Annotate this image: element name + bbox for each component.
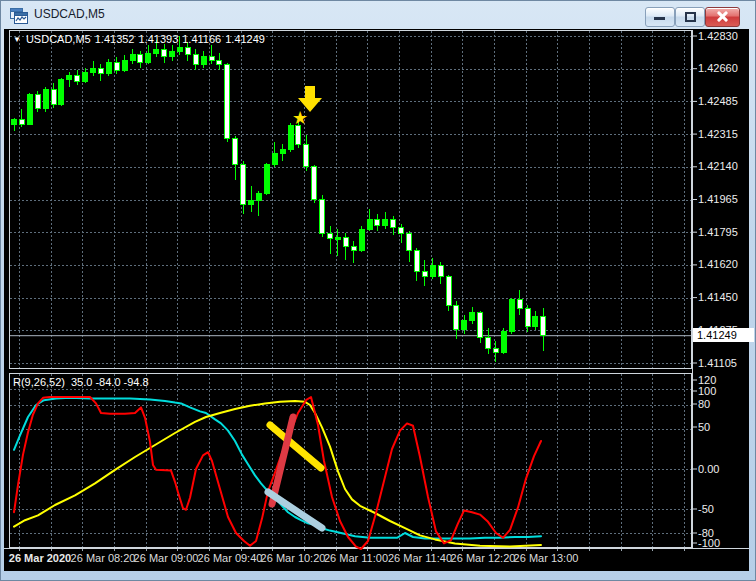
time-axis-label: 26 Mar 09:00 bbox=[134, 552, 199, 564]
app-icon bbox=[10, 8, 28, 24]
close-button[interactable] bbox=[705, 7, 740, 27]
window-title: USDCAD,M5 bbox=[34, 0, 105, 29]
price-axis-label: 1.41620 bbox=[698, 258, 738, 270]
indicator-header: R(9,26,52)35.0 -84.0 -94.8 bbox=[13, 376, 155, 388]
indicator-scale-label: 50 bbox=[698, 421, 710, 433]
application-window: { "window": { "title": "USDCAD,M5", "con… bbox=[0, 0, 756, 581]
time-axis-label: 26 Mar 09:40 bbox=[198, 552, 263, 564]
price-axis-label: 1.42660 bbox=[698, 62, 738, 74]
indicator-scale-label: 100 bbox=[698, 385, 716, 397]
symbol-label: USDCAD,M5 bbox=[26, 33, 91, 45]
minimize-button[interactable] bbox=[645, 7, 675, 27]
indicator-scale-label: 80 bbox=[698, 398, 710, 410]
current-price-marker: 1.41249 bbox=[693, 328, 754, 342]
low-value: 1.41166 bbox=[182, 33, 221, 45]
open-value: 1.41352 bbox=[95, 33, 135, 45]
indicator-pane[interactable] bbox=[9, 373, 692, 548]
restore-icon bbox=[685, 12, 696, 22]
time-axis-label: 26 Mar 10:20 bbox=[261, 552, 326, 564]
indicator-values: 35.0 -84.0 -94.8 bbox=[71, 376, 149, 388]
minimize-icon bbox=[654, 17, 665, 20]
price-axis-label: 1.42315 bbox=[698, 128, 738, 140]
indicator-scale-label: -100 bbox=[698, 537, 720, 549]
price-axis-label: 1.42140 bbox=[698, 160, 738, 172]
indicator-scale-label: -50 bbox=[698, 503, 714, 515]
chart-client-area: ▼USDCAD,M51.413521.413931.411661.41249 R… bbox=[4, 29, 749, 571]
chart-ohlc-header: ▼USDCAD,M51.413521.413931.411661.41249 bbox=[13, 33, 269, 45]
price-axis-label: 1.41965 bbox=[698, 193, 738, 205]
time-axis-label: 26 Mar 12:20 bbox=[451, 552, 516, 564]
price-axis-label: 1.41105 bbox=[698, 357, 737, 369]
time-axis-label: 26 Mar 13:00 bbox=[514, 552, 579, 564]
time-axis-label: 26 Mar 08:20 bbox=[71, 552, 136, 564]
price-axis-label: 1.41795 bbox=[698, 226, 738, 238]
price-axis-label: 1.42485 bbox=[698, 95, 738, 107]
close-value: 1.41249 bbox=[225, 33, 265, 45]
indicator-label: R(9,26,52) bbox=[13, 376, 65, 388]
time-axis-label: 26 Mar 11:00 bbox=[324, 552, 388, 564]
price-axis-label: 1.41450 bbox=[698, 291, 738, 303]
restore-button[interactable] bbox=[675, 7, 705, 27]
high-value: 1.41393 bbox=[138, 33, 178, 45]
time-axis-label: 26 Mar 2020 bbox=[9, 552, 71, 564]
time-axis-label: 26 Mar 11:40 bbox=[388, 552, 452, 564]
main-chart-pane[interactable] bbox=[9, 30, 692, 369]
indicator-scale-label: 0.00 bbox=[698, 463, 719, 475]
price-axis-label: 1.42830 bbox=[698, 30, 738, 42]
down-triangle-icon[interactable]: ▼ bbox=[13, 35, 21, 44]
title-bar[interactable]: USDCAD,M5 bbox=[0, 0, 756, 29]
